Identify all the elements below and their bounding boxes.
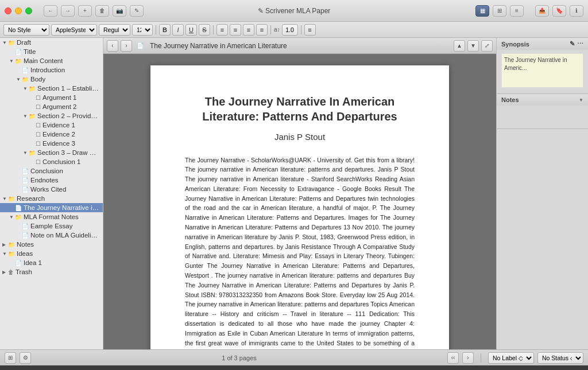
scroll-up-button[interactable]: ▲ [454,40,465,52]
sidebar-item-idea1[interactable]: 📄 Idea 1 [0,258,103,267]
align-left-button[interactable]: ≡ [216,24,228,36]
synopsis-header[interactable]: Synopsis ✎ ⋯ [497,38,588,50]
traffic-lights [5,7,32,14]
sidebar-item-mla-format[interactable]: ▼ 📁 MLA Format Notes [0,212,103,221]
sidebar-item-argument1[interactable]: ☐ Argument 1 [0,93,103,102]
sidebar-item-conclusion[interactable]: 📄 Conclusion [0,166,103,176]
weight-select[interactable]: Regular [99,24,130,36]
right-panel: Synopsis ✎ ⋯ The Journey Narrative in Am… [496,38,588,349]
checkbox-icon: ☐ [36,95,41,101]
scroll-down-button[interactable]: ▼ [467,40,479,52]
doc-forward-button[interactable]: › [121,40,132,52]
size-select[interactable]: 12 [132,24,153,36]
underline-button[interactable]: U [185,24,197,36]
sidebar-item-body[interactable]: ▼ 📁 Body [0,75,103,84]
checkbox-icon: ☐ [36,122,41,128]
sidebar-item-main-content[interactable]: ▼ 📁 Main Content [0,56,103,65]
back-icon[interactable]: ← [44,5,57,17]
divider2 [213,25,214,34]
align-justify-button[interactable]: ≡ [256,24,268,36]
delete-icon[interactable]: 🗑 [95,5,109,17]
forward-icon[interactable]: → [61,5,75,17]
sidebar-item-notes[interactable]: ▶ 📁 Notes [0,240,103,249]
sidebar-item-ideas[interactable]: ▼ 📁 Ideas [0,249,103,258]
sidebar-item-evidence3[interactable]: ☐ Evidence 3 [0,139,103,148]
folder-icon: 📁 [29,113,36,119]
view-grid-icon[interactable]: ⊞ [493,5,506,17]
sidebar-item-draft[interactable]: ▼ 📁 Draft [0,38,103,47]
sidebar-item-journey-narrative[interactable]: 📄 The Journey Narrative in Am... [0,203,103,212]
snapshot-icon[interactable]: 📷 [113,5,126,17]
sidebar-item-section1[interactable]: ▼ 📁 Section 1 – Establish Argu... [0,84,103,93]
notes-section: Notes ▼ [497,94,588,129]
bookmark-icon[interactable]: 🔖 [552,5,566,17]
sidebar-item-endnotes[interactable]: 📄 Endnotes [0,176,103,185]
chevron-down-icon: ▼ [23,114,29,119]
sidebar-item-works-cited[interactable]: 📄 Works Cited [0,185,103,194]
style-select[interactable]: No Style [3,24,49,36]
doc-back-button[interactable]: ‹ [107,40,118,52]
status-back-button[interactable]: ‹‹ [447,352,459,364]
page-author: Janis P Stout [185,131,415,144]
notes-header[interactable]: Notes ▼ [497,94,588,106]
divider1 [156,25,156,34]
comment-icon[interactable]: ✎ [130,5,144,17]
doc-icon: 📄 [22,67,29,73]
label-select[interactable]: No Label ◇ [488,352,534,364]
sidebar-item-argument2[interactable]: ☐ Argument 2 [0,102,103,111]
sidebar-item-label: The Journey Narrative in Am... [24,204,100,211]
line-spacing-label: a↕ [274,26,280,33]
doc-content[interactable]: The Journey Narrative In American Litera… [103,54,496,349]
status-forward-button[interactable]: › [462,352,474,364]
chevron-down-icon: ▼ [2,40,8,45]
page-title: The Journey Narrative In American Litera… [185,94,415,124]
expand-button[interactable]: ⤢ [481,40,493,52]
add-icon[interactable]: + [78,5,92,17]
synopsis-more-icon[interactable]: ⋯ [577,40,583,48]
doc-icon: 📄 [22,223,29,229]
sidebar-item-label: Argument 2 [42,103,76,110]
sidebar-item-label: Note on MLA Guidelines [30,232,100,239]
sidebar-item-title[interactable]: 📄 Title [0,47,103,56]
italic-button[interactable]: I [172,24,184,36]
info-icon[interactable]: ℹ [570,5,583,17]
sidebar-item-introduction[interactable]: 📄 Introduction [0,65,103,75]
sidebar-item-trash[interactable]: ▶ 🗑 Trash [0,267,103,276]
bold-button[interactable]: B [159,24,171,36]
maximize-button[interactable] [25,7,32,14]
sidebar-item-label: Argument 1 [42,94,76,101]
synopsis-edit-icon[interactable]: ✎ [570,40,575,48]
list-button[interactable]: ≡ [304,24,316,36]
sidebar-item-label: Evidence 1 [42,122,75,128]
sidebar-item-conclusion1[interactable]: ☐ Conclusion 1 [0,157,103,166]
folder-icon: 📁 [15,58,22,64]
folder-icon: 📁 [29,150,36,156]
align-center-button[interactable]: ≡ [230,24,241,36]
sidebar-item-section3[interactable]: ▼ 📁 Section 3 – Draw Conclusi... [0,148,103,157]
sidebar-item-note-mla[interactable]: 📄 Note on MLA Guidelines [0,231,103,240]
status-select[interactable]: No Status ◇ [537,352,583,364]
chevron-down-icon: ▼ [23,150,29,155]
sidebar-item-example-essay[interactable]: 📄 Eample Essay [0,221,103,231]
sidebar-item-evidence2[interactable]: ☐ Evidence 2 [0,130,103,139]
share-icon[interactable]: 📤 [535,5,549,17]
font-select[interactable]: AppleSystemU... [51,24,97,36]
sidebar-item-research[interactable]: ▼ 📁 Research [0,194,103,203]
sidebar-item-section2[interactable]: ▼ 📁 Section 2 – Provide Suppo... [0,111,103,120]
close-button[interactable] [5,7,11,14]
sidebar-item-evidence1[interactable]: ☐ Evidence 1 [0,120,103,130]
minimize-button[interactable] [15,7,22,14]
window-title: ✎ Scrivener MLA Paper [258,7,331,15]
chevron-down-icon: ▼ [2,196,8,201]
view-list-icon[interactable]: ≡ [510,5,524,17]
items-view-button[interactable]: ⊞ [5,352,16,364]
align-right-button[interactable]: ≡ [243,24,254,36]
chevron-right-icon: ▶ [2,242,8,247]
line-spacing-input[interactable] [282,24,298,36]
view-single-icon[interactable]: ▦ [475,5,489,17]
strikethrough-button[interactable]: S [199,24,210,36]
sidebar-item-label: MLA Format Notes [24,213,79,220]
sidebar-item-label: Draft [17,39,31,46]
settings-button[interactable]: ⚙ [20,352,31,364]
synopsis-section: Synopsis ✎ ⋯ The Journey Narrative in Am… [497,38,588,94]
